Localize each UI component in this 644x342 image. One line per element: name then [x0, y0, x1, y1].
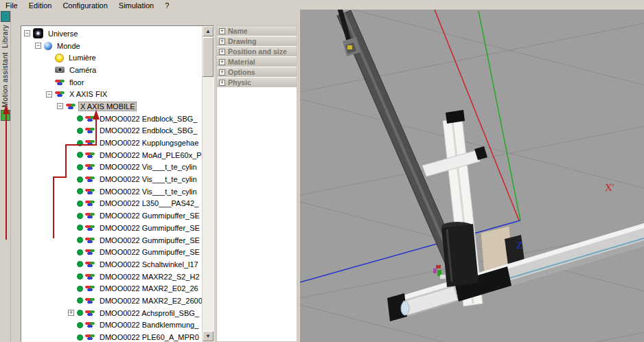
tree-item[interactable]: DMOO0022 Gummipuffer_SE: [21, 222, 203, 234]
tree-item[interactable]: −Monde: [21, 40, 203, 52]
axis-icon: [55, 91, 65, 98]
expand-icon[interactable]: +: [219, 59, 225, 65]
visibility-dot-icon: [77, 286, 83, 292]
tree-item[interactable]: +DMOO0022 Achsprofil_SBG_: [21, 307, 203, 319]
expand-icon[interactable]: +: [219, 28, 225, 34]
axis-icon: [85, 310, 95, 317]
property-group-name[interactable]: +Name: [217, 26, 297, 36]
scene-tree-panel: −Universe−MondeLumièreCamérafloor−X AXIS…: [21, 25, 214, 342]
menu-item-simulation[interactable]: Simulation: [113, 1, 159, 10]
tree-item[interactable]: Lumière: [21, 52, 203, 64]
tree-item-label: DMOO0022 MAXR2_E02_26: [97, 284, 200, 293]
menu-item-configuration[interactable]: Configuration: [57, 1, 113, 10]
tree-item[interactable]: DMOO0022 L350___PAS42_: [21, 198, 203, 210]
tree-item-label: X AXIS FIX: [67, 89, 109, 99]
expand-icon[interactable]: +: [219, 80, 225, 86]
camera-icon: [55, 67, 65, 73]
tree-item-label: Monde: [55, 41, 82, 51]
tree-item-label: DMOO0022 L350___PAS42_: [97, 198, 200, 208]
side-tab-library[interactable]: Library: [1, 25, 9, 48]
visibility-dot-icon: [77, 164, 83, 170]
tree-item[interactable]: DMOO0022 MoAd_PLE60x_P: [21, 149, 203, 161]
tree-item[interactable]: −X AXIS MOBILE: [21, 100, 203, 113]
expand-icon[interactable]: +: [219, 49, 225, 55]
tree-item[interactable]: DMOO0022 Schaltwinkel_l17: [21, 258, 203, 271]
tree-item-label: Lumière: [67, 53, 98, 62]
menu-item-file[interactable]: File: [0, 1, 23, 10]
property-group-label: Options: [228, 68, 255, 76]
side-tab-motion-assistant[interactable]: Motion assistant: [1, 52, 9, 107]
property-group-material[interactable]: +Material: [217, 57, 297, 67]
scrollbar-thumb[interactable]: [203, 37, 214, 77]
collapse-toggle-icon[interactable]: −: [46, 91, 52, 98]
tree-item[interactable]: DMOO0022 Gummipuffer_SE: [21, 234, 203, 247]
visibility-dot-icon: [77, 140, 83, 146]
tree-item[interactable]: Caméra: [21, 64, 203, 76]
menu-item-edition[interactable]: Edition: [23, 1, 58, 10]
visibility-dot-icon: [77, 334, 83, 341]
menu-item-[interactable]: ?: [159, 1, 174, 10]
tree-item[interactable]: DMOO0022 Gummipuffer_SE: [21, 246, 203, 258]
tree-item[interactable]: DMOO0022 Kupplungsgehae: [21, 137, 203, 149]
tree-item[interactable]: DMOO0022 Vis___t_te_cylin: [21, 173, 203, 185]
tree-item[interactable]: DMOO0022 Vis___t_te_cylin: [21, 185, 203, 198]
property-group-label: Material: [228, 58, 255, 66]
tree-item-label: DMOO0022 Achsprofil_SBG_: [97, 308, 201, 318]
tree-item[interactable]: DMOO0022 Endblock_SBG_: [21, 113, 203, 125]
axis-icon: [85, 297, 95, 304]
property-group-physic[interactable]: +Physic: [217, 78, 297, 87]
scroll-up-button[interactable]: ▲: [203, 26, 214, 36]
tree-item[interactable]: DMOO0022 MAXR2_E02_26: [21, 282, 203, 295]
scroll-down-button[interactable]: ▼: [203, 331, 214, 341]
axis-icon: [85, 115, 95, 122]
expand-icon[interactable]: +: [219, 69, 225, 76]
expand-icon[interactable]: +: [219, 38, 225, 45]
tree-item[interactable]: DMOO0022 Vis___t_te_cylin: [21, 161, 203, 174]
tree-item[interactable]: −X AXIS FIX: [21, 88, 203, 100]
tree-item[interactable]: DMOO0022 MAXR2_E2_2600: [21, 295, 203, 307]
tree-item-label: DMOO0022 Endblock_SBG_: [97, 126, 199, 135]
tree-item[interactable]: DMOO0022 Endblock_SBG_: [21, 125, 203, 137]
tree-item[interactable]: DMOO0022 Gummipuffer_SE: [21, 209, 203, 222]
property-group-drawing[interactable]: +Drawing: [217, 36, 297, 46]
property-group-label: Physic: [228, 78, 251, 87]
collapse-toggle-icon[interactable]: −: [57, 103, 63, 109]
collapse-toggle-icon[interactable]: −: [35, 43, 41, 49]
visibility-dot-icon: [77, 297, 83, 304]
tree-item-label: DMOO0022 PLE60_A_MPR0: [97, 332, 201, 341]
tree-item-label: DMOO0022 Gummipuffer_SE: [97, 223, 202, 233]
axis-icon: [85, 176, 95, 183]
tree-item-label: DMOO0022 Kupplungsgehae: [97, 138, 200, 148]
tree-item-label: DMOO0022 Endblock_SBG_: [97, 114, 199, 124]
properties-panel: +Name+Drawing+Position and size+Material…: [216, 25, 297, 342]
visibility-dot-icon: [77, 225, 83, 231]
machine-yellow-marker: [347, 45, 352, 49]
tree-item[interactable]: floor: [21, 76, 203, 89]
visibility-dot-icon: [77, 176, 83, 183]
tree-item[interactable]: DMOO0022 PLE60_A_MPR0: [21, 331, 203, 341]
tree-item[interactable]: DMOO0022 Bandklemmung_: [21, 319, 203, 332]
axis-icon: [85, 273, 95, 280]
property-group-options[interactable]: +Options: [217, 67, 297, 77]
tree-item-label: DMOO0022 Gummipuffer_SE: [97, 247, 202, 257]
axis-icon: [85, 188, 95, 195]
machine-white-fitting: [440, 275, 446, 279]
tree-item-label: DMOO0022 Vis___t_te_cylin: [97, 174, 199, 184]
visibility-dot-icon: [77, 128, 83, 134]
tree-item[interactable]: DMOO0022 MAXR22_S2_H2: [21, 271, 203, 283]
axis-icon: [66, 103, 76, 110]
axis-icon: [85, 237, 95, 244]
tree-item[interactable]: −Universe: [21, 27, 203, 40]
axis-icon: [85, 321, 95, 328]
viewport-3d[interactable]: X' Z: [300, 10, 644, 342]
visibility-dot-icon: [77, 249, 83, 255]
expand-toggle-icon[interactable]: +: [68, 310, 74, 316]
tree-item-label: DMOO0022 Gummipuffer_SE: [97, 236, 202, 245]
tree-scrollbar[interactable]: ▲ ▼: [202, 26, 214, 341]
collapse-toggle-icon[interactable]: −: [24, 30, 30, 36]
machine-cylinder-cap: [401, 301, 409, 315]
axis-icon: [85, 152, 95, 159]
axis-icon: [85, 261, 95, 268]
axis-icon: [85, 127, 95, 134]
property-group-position-and-size[interactable]: +Position and size: [217, 47, 297, 56]
